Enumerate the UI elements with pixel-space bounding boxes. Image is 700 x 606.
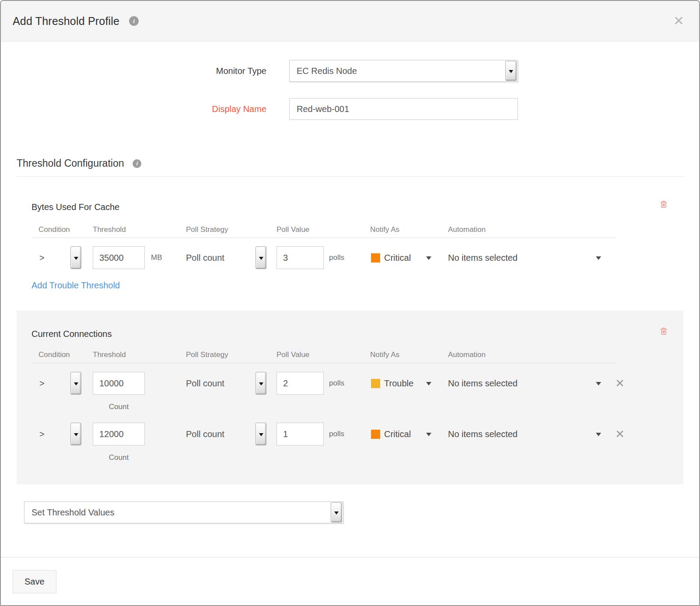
automation-value: No items selected: [448, 429, 518, 439]
metric-title: Current Connections: [32, 329, 112, 339]
notify-as-value: Critical: [384, 429, 411, 439]
dropdown-arrow-icon[interactable]: [331, 502, 342, 522]
add-trouble-threshold-link[interactable]: Add Trouble Threshold: [32, 280, 120, 291]
threshold-configuration-heading: Threshold Configuration i: [17, 158, 683, 169]
chevron-down-icon[interactable]: [596, 433, 601, 439]
poll-strategy-value: Poll count: [186, 378, 224, 389]
dropdown-arrow-icon[interactable]: [256, 246, 266, 269]
dropdown-arrow-icon[interactable]: [256, 372, 266, 395]
chevron-down-icon[interactable]: [426, 256, 431, 263]
col-threshold: Threshold: [93, 225, 186, 234]
col-poll-value: Poll Value: [276, 350, 370, 359]
condition-value: >: [39, 429, 45, 439]
threshold-unit: Count: [93, 403, 145, 411]
info-icon[interactable]: i: [133, 159, 141, 168]
threshold-unit: MB: [151, 253, 162, 262]
dialog-footer: Save: [1, 557, 699, 605]
display-name-input[interactable]: [289, 98, 518, 120]
monitor-type-label: Monitor Type: [17, 66, 266, 76]
poll-value-input[interactable]: [276, 423, 324, 445]
threshold-input[interactable]: [93, 423, 145, 445]
severity-color-swatch: [371, 430, 380, 439]
notify-as-select[interactable]: Critical: [370, 246, 448, 269]
chevron-down-icon[interactable]: [426, 433, 431, 439]
poll-value-input[interactable]: [276, 246, 324, 269]
threshold-row: > Count Poll count polls: [32, 372, 668, 411]
poll-strategy-select[interactable]: Poll count: [186, 372, 266, 395]
col-condition: Condition: [32, 225, 93, 234]
add-threshold-profile-dialog: Add Threshold Profile i ✕ Monitor Type E…: [0, 0, 700, 606]
save-button[interactable]: Save: [13, 570, 56, 593]
monitor-type-select[interactable]: EC Redis Node: [289, 60, 518, 82]
dropdown-arrow-icon[interactable]: [505, 61, 517, 81]
display-name-row: Display Name: [17, 98, 683, 120]
severity-color-swatch: [371, 379, 380, 388]
chevron-down-icon[interactable]: [596, 256, 601, 263]
threshold-row: > Count Poll count polls: [32, 423, 668, 462]
section-divider: [17, 176, 683, 177]
col-threshold: Threshold: [93, 350, 186, 359]
col-poll-strategy: Poll Strategy: [186, 225, 276, 234]
dropdown-arrow-icon[interactable]: [70, 423, 81, 445]
threshold-row: > MB Poll count polls Critical: [32, 246, 668, 269]
condition-value: >: [39, 378, 45, 389]
poll-unit: polls: [329, 253, 344, 262]
condition-select[interactable]: >: [32, 423, 81, 445]
remove-row-icon[interactable]: ✕: [615, 377, 625, 390]
poll-strategy-value: Poll count: [186, 429, 224, 439]
metric-title: Bytes Used For Cache: [32, 202, 119, 212]
metric-current-connections: Current Connections Condition Threshold …: [17, 311, 683, 484]
poll-unit: polls: [329, 379, 344, 388]
monitor-type-row: Monitor Type EC Redis Node: [17, 60, 683, 82]
dropdown-arrow-icon[interactable]: [70, 246, 81, 269]
poll-strategy-select[interactable]: Poll count: [186, 423, 266, 445]
dialog-body: Monitor Type EC Redis Node Display Name …: [1, 42, 699, 557]
notify-as-value: Trouble: [384, 378, 413, 389]
col-automation: Automation: [448, 225, 616, 234]
column-headers: Condition Threshold Poll Strategy Poll V…: [32, 350, 616, 363]
automation-select[interactable]: No items selected: [448, 372, 606, 395]
info-icon[interactable]: i: [129, 16, 139, 26]
notify-as-value: Critical: [384, 253, 411, 263]
dialog-title: Add Threshold Profile: [13, 15, 119, 28]
chevron-down-icon[interactable]: [596, 382, 601, 388]
threshold-input[interactable]: [93, 372, 145, 395]
col-poll-strategy: Poll Strategy: [186, 350, 276, 359]
dropdown-arrow-icon[interactable]: [256, 423, 266, 445]
automation-select[interactable]: No items selected: [448, 423, 606, 445]
display-name-label: Display Name: [17, 104, 266, 114]
poll-value-input[interactable]: [276, 372, 324, 395]
condition-value: >: [39, 253, 45, 263]
notify-as-select[interactable]: Trouble: [370, 372, 448, 395]
close-icon[interactable]: ✕: [673, 14, 684, 28]
chevron-down-icon[interactable]: [426, 382, 431, 388]
remove-row-icon[interactable]: ✕: [615, 427, 625, 441]
automation-value: No items selected: [448, 253, 518, 263]
col-automation: Automation: [448, 350, 616, 359]
col-notify-as: Notify As: [370, 225, 448, 234]
notify-as-select[interactable]: Critical: [370, 423, 448, 445]
condition-select[interactable]: >: [32, 246, 81, 269]
dialog-header: Add Threshold Profile i ✕: [1, 1, 699, 42]
poll-unit: polls: [329, 430, 344, 438]
section-title: Threshold Configuration: [17, 158, 124, 169]
metric-bytes-used-for-cache: Bytes Used For Cache Condition Threshold…: [17, 202, 683, 291]
automation-value: No items selected: [448, 378, 518, 389]
col-notify-as: Notify As: [370, 350, 448, 359]
set-threshold-values-label: Set Threshold Values: [32, 508, 331, 518]
poll-strategy-select[interactable]: Poll count: [186, 246, 266, 269]
col-condition: Condition: [32, 350, 93, 359]
poll-strategy-value: Poll count: [186, 253, 224, 263]
monitor-type-value: EC Redis Node: [297, 66, 505, 76]
column-headers: Condition Threshold Poll Strategy Poll V…: [32, 225, 616, 238]
condition-select[interactable]: >: [32, 372, 81, 395]
threshold-input[interactable]: [93, 246, 145, 269]
automation-select[interactable]: No items selected: [448, 246, 606, 269]
threshold-unit: Count: [93, 453, 145, 462]
set-threshold-values-select[interactable]: Set Threshold Values: [24, 501, 343, 523]
delete-metric-icon[interactable]: [659, 200, 668, 209]
delete-metric-icon[interactable]: [659, 326, 668, 336]
severity-color-swatch: [371, 253, 380, 263]
dropdown-arrow-icon[interactable]: [70, 372, 81, 395]
col-poll-value: Poll Value: [276, 225, 370, 234]
